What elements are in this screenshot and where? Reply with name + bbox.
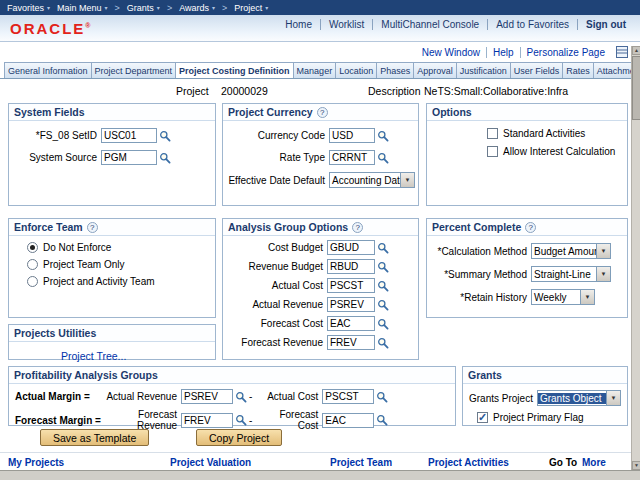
project-primary-flag-row[interactable]: Project Primary Flag — [471, 412, 627, 423]
lookup-icon[interactable] — [376, 414, 388, 426]
allow-interest-calculation-checkbox-row[interactable]: Allow Interest Calculation — [487, 146, 627, 157]
lookup-icon[interactable] — [235, 414, 247, 426]
vertical-scroll-thumb[interactable] — [632, 56, 640, 120]
rate-type-input[interactable] — [329, 150, 375, 165]
tab-phases[interactable]: Phases — [376, 62, 414, 79]
field-row: *Calculation Method Budget Amount ▼ — [427, 243, 627, 259]
forecast-revenue-input[interactable] — [181, 413, 233, 428]
project-tree-link[interactable]: Project Tree... — [61, 350, 126, 362]
breadcrumb-project[interactable]: Project▾ — [234, 3, 268, 13]
scroll-down-icon[interactable]: ▼ — [632, 461, 640, 470]
standard-activities-checkbox-row[interactable]: Standard Activities — [487, 128, 627, 139]
retain-history-select[interactable]: Weekly ▼ — [531, 289, 595, 305]
radio-icon[interactable] — [27, 276, 38, 287]
actual-revenue-input[interactable] — [327, 297, 375, 312]
tab-general-information[interactable]: General Information — [4, 62, 92, 79]
personalize-page-link[interactable]: Personalize Page — [520, 47, 611, 58]
grants-group: Grants Grants Project Grants Object ▼ Pr… — [462, 366, 628, 426]
help-icon[interactable]: ? — [317, 107, 328, 118]
actual-cost-input[interactable] — [322, 389, 374, 404]
horizontal-scrollbar[interactable] — [0, 470, 640, 480]
scroll-up-icon[interactable]: ▲ — [632, 46, 640, 55]
tab-location[interactable]: Location — [335, 62, 377, 79]
save-as-template-button[interactable]: Save as Template — [40, 429, 149, 446]
breadcrumb-awards[interactable]: Awards▾ — [179, 3, 215, 13]
my-projects-link[interactable]: My Projects — [8, 457, 64, 468]
new-window-link[interactable]: New Window — [416, 47, 486, 58]
checkbox-icon[interactable] — [477, 412, 488, 423]
breadcrumb-main-menu[interactable]: Main Menu▾ — [57, 3, 108, 13]
chevron-down-icon: ▾ — [157, 4, 160, 11]
vertical-scrollbar[interactable]: ▲ ▼ — [631, 46, 640, 470]
checkbox-icon[interactable] — [487, 146, 498, 157]
actual-cost-input[interactable] — [327, 278, 375, 293]
sign-out-link[interactable]: Sign out — [577, 19, 634, 30]
effective-date-default-select[interactable]: Accounting Date ▼ — [329, 172, 415, 188]
lookup-icon[interactable] — [377, 337, 389, 349]
tab-project-department[interactable]: Project Department — [91, 62, 177, 79]
system-source-input[interactable] — [101, 150, 157, 165]
help-link[interactable]: Help — [486, 47, 520, 58]
lookup-icon[interactable] — [235, 391, 247, 403]
copy-project-button[interactable]: Copy Project — [196, 429, 282, 446]
calculation-method-select[interactable]: Budget Amount ▼ — [531, 243, 611, 259]
add-to-favorites-link[interactable]: Add to Favorites — [487, 19, 577, 30]
radio-icon[interactable] — [27, 242, 38, 253]
summary-method-select[interactable]: Straight-Line ▼ — [531, 266, 611, 282]
forecast-cost-input[interactable] — [322, 413, 374, 428]
cost-budget-input[interactable] — [327, 240, 375, 255]
tab-justification[interactable]: Justification — [456, 62, 511, 79]
dropdown-arrow-icon: ▼ — [400, 173, 414, 187]
project-activities-link[interactable]: Project Activities — [428, 457, 509, 468]
lookup-icon[interactable] — [377, 130, 389, 142]
page-options-icon[interactable] — [616, 46, 628, 58]
lookup-icon[interactable] — [377, 152, 389, 164]
lookup-icon[interactable] — [376, 391, 388, 403]
help-icon[interactable]: ? — [87, 222, 98, 233]
tab-user-fields[interactable]: User Fields — [510, 62, 564, 79]
actual-cost-label: Actual Cost — [223, 280, 327, 291]
lookup-icon[interactable] — [377, 299, 389, 311]
project-team-link[interactable]: Project Team — [330, 457, 392, 468]
actual-revenue-input[interactable] — [181, 389, 233, 404]
tab-project-costing-definition[interactable]: Project Costing Definition — [175, 62, 294, 79]
tab-approval[interactable]: Approval — [413, 62, 457, 79]
worklist-link[interactable]: Worklist — [320, 19, 372, 30]
project-valuation-link[interactable]: Project Valuation — [170, 457, 251, 468]
breadcrumb-favorites[interactable]: Favorites▾ — [7, 3, 50, 13]
forecast-revenue-input[interactable] — [327, 335, 375, 350]
lookup-icon[interactable] — [377, 242, 389, 254]
radio-do-not-enforce[interactable]: Do Not Enforce — [27, 242, 215, 253]
lookup-icon[interactable] — [159, 152, 171, 164]
help-icon[interactable]: ? — [352, 222, 363, 233]
home-link[interactable]: Home — [277, 19, 320, 30]
radio-project-team-only[interactable]: Project Team Only — [27, 259, 215, 270]
currency-code-input[interactable] — [329, 128, 375, 143]
lookup-icon[interactable] — [159, 130, 171, 142]
checkbox-icon[interactable] — [487, 128, 498, 139]
breadcrumb-grants[interactable]: Grants▾ — [127, 3, 160, 13]
field-row: Currency Code — [223, 128, 418, 143]
help-icon[interactable]: ? — [525, 222, 536, 233]
options-group: Options Standard Activities Allow Intere… — [426, 103, 628, 206]
peoplesoft-window: Favorites▾ Main Menu▾ > Grants▾ > Awards… — [0, 0, 640, 480]
group-header: System Fields — [9, 104, 215, 121]
tab-manager[interactable]: Manager — [293, 62, 337, 79]
breadcrumb-label: Favorites — [7, 3, 44, 13]
actual-cost-label: Actual Cost — [256, 391, 322, 402]
lookup-icon[interactable] — [377, 318, 389, 330]
revenue-budget-input[interactable] — [327, 259, 375, 274]
multichannel-console-link[interactable]: MultiChannel Console — [372, 19, 487, 30]
tab-attachments[interactable]: Attachments — [593, 62, 632, 79]
radio-icon[interactable] — [27, 259, 38, 270]
dropdown-arrow-icon: ▼ — [596, 244, 610, 258]
setid-input[interactable] — [101, 128, 157, 143]
radio-project-and-activity-team[interactable]: Project and Activity Team — [27, 276, 215, 287]
tab-rates[interactable]: Rates — [562, 62, 594, 79]
lookup-icon[interactable] — [377, 280, 389, 292]
goto-more-link[interactable]: More — [582, 457, 606, 468]
grants-project-select[interactable]: Grants Object ▼ — [537, 390, 621, 406]
cost-budget-label: Cost Budget — [223, 242, 327, 253]
lookup-icon[interactable] — [377, 261, 389, 273]
forecast-cost-input[interactable] — [327, 316, 375, 331]
